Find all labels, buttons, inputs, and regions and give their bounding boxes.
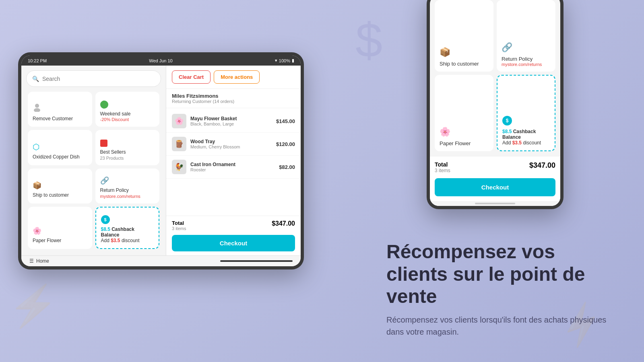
tile-weekend-sale-sublabel: -20% Discount xyxy=(100,117,129,122)
cart-item-image-3: 🐓 xyxy=(172,160,186,174)
svg-point-1 xyxy=(34,108,40,112)
tile-ship-customer-label: Ship to customer xyxy=(33,192,69,199)
sub-heading: Récompensez vos clients lorsqu'ils font … xyxy=(386,314,620,338)
ship-icon-right: 📦 xyxy=(440,47,489,58)
customer-info: Miles Fitzsimmons Returning Customer (14… xyxy=(166,89,301,108)
right-cashback-discount-val: $3.5 xyxy=(512,140,522,146)
cart-item-price-2: $120.00 xyxy=(276,141,295,147)
flower-icon: 🌸 xyxy=(33,226,41,235)
right-tile-return-label: Return Policy xyxy=(502,56,551,62)
cashback-icon-right: $ xyxy=(502,116,550,125)
search-bar-container[interactable]: 🔍 xyxy=(26,70,161,87)
ship-icon: 📦 xyxy=(33,181,41,190)
tile-return-policy-label: Return Policy xyxy=(100,187,129,194)
checkout-button[interactable]: Checkout xyxy=(172,235,295,251)
cart-total-label: Total xyxy=(172,220,186,226)
phone-right-mockup: 📦 Ship to customer 🔗 Return Policy mysto… xyxy=(427,0,564,209)
right-checkout-button[interactable]: Checkout xyxy=(435,178,555,196)
cart-item-price-3: $82.00 xyxy=(279,164,295,170)
cart-item-image-1: 🌸 xyxy=(172,114,186,128)
text-section: Récompensez vos clients sur le point de … xyxy=(386,241,620,338)
customer-tag: Returning Customer (14 orders) xyxy=(172,99,295,104)
tile-paper-flower-label: Paper Flower xyxy=(33,238,61,244)
phone-right-screen: 📦 Ship to customer 🔗 Return Policy mysto… xyxy=(430,0,560,206)
right-total-items: 3 items xyxy=(435,168,450,173)
cart-total-amount: $347.00 xyxy=(272,220,295,227)
tile-best-sellers-label: Best Sellers xyxy=(100,149,126,156)
right-total-row: Total 3 items $347.00 xyxy=(435,161,555,173)
cart-item-name-3: Cast Iron Ornament xyxy=(190,162,275,167)
search-icon: 🔍 xyxy=(32,76,39,82)
home-bar: ☰ Home xyxy=(21,255,301,266)
right-footer: Total 3 items $347.00 Checkout xyxy=(430,156,560,201)
right-tile-flower-label: Paper Flower xyxy=(440,140,489,146)
cashback-discount: Add $3.5 discount xyxy=(101,238,140,243)
link-icon-right: 🔗 xyxy=(502,42,551,53)
cart-item-variant-2: Medium, Cherry Blossom xyxy=(190,144,272,149)
right-total-label: Total xyxy=(435,161,450,168)
cart-item[interactable]: 🌸 Mayu Flower Basket Black, Bamboo, Larg… xyxy=(166,110,301,133)
cart-total-items: 3 items xyxy=(172,226,186,231)
cart-item-name-2: Wood Tray xyxy=(190,139,272,144)
right-tile-flower[interactable]: 🌸 Paper Flower xyxy=(435,75,493,151)
tile-return-policy-link: mystore.com/returns xyxy=(100,194,140,199)
cashback-discount-value: $3.5 xyxy=(111,238,120,243)
cart-footer: Total 3 items $347.00 Checkout xyxy=(166,216,301,255)
phone-left-screen: 10:22 PM Wed Jun 10 ▾ 100% ▮ 🔍 xyxy=(21,56,301,266)
dish-icon: ⬡ xyxy=(33,142,39,152)
right-total-amount: $347.00 xyxy=(529,161,555,173)
search-input[interactable] xyxy=(42,76,155,82)
cart-panel: Clear Cart More actions Miles Fitzsimmon… xyxy=(166,66,301,255)
tile-paper-flower[interactable]: 🌸 Paper Flower xyxy=(28,207,92,249)
phone-content: 🔍 Remove Customer Weekend sale - xyxy=(21,66,301,255)
cart-total-row: Total 3 items $347.00 xyxy=(172,220,295,231)
tile-best-sellers-sublabel: 23 Products xyxy=(100,156,124,160)
right-tile-ship-label: Ship to customer xyxy=(440,61,489,67)
tile-best-sellers[interactable]: Best Sellers 23 Products xyxy=(95,130,160,165)
right-tile-cashback[interactable]: $ $8.5 Cashback Balance Add $3.5 discoun… xyxy=(497,75,555,151)
cart-item-image-2: 🪵 xyxy=(172,137,186,151)
tile-oxidized-copper[interactable]: ⬡ Oxidized Copper Dish xyxy=(28,130,92,165)
cart-header: Clear Cart More actions xyxy=(166,66,301,89)
battery-status: 100% xyxy=(279,58,290,63)
home-label-text: Home xyxy=(36,258,49,264)
tile-ship-customer[interactable]: 📦 Ship to customer xyxy=(28,169,92,204)
right-cashback-discount: Add $3.5 discount xyxy=(502,140,550,146)
tile-cashback[interactable]: $ $8.5 Cashback Balance Add $3.5 discoun… xyxy=(95,207,160,249)
cart-item-info-2: Wood Tray Medium, Cherry Blossom xyxy=(190,139,272,149)
more-actions-button[interactable]: More actions xyxy=(214,70,260,84)
cart-item[interactable]: 🪵 Wood Tray Medium, Cherry Blossom $120.… xyxy=(166,133,301,156)
right-tile-ship[interactable]: 📦 Ship to customer xyxy=(435,0,493,72)
home-bar-indicator xyxy=(220,260,293,262)
home-label[interactable]: ☰ Home xyxy=(29,258,49,264)
tile-oxidized-copper-label: Oxidized Copper Dish xyxy=(33,154,80,160)
cart-item-price-1: $145.00 xyxy=(276,118,295,124)
right-bottom-indicator xyxy=(475,203,515,204)
green-circle-icon xyxy=(100,101,108,109)
tile-remove-customer[interactable]: Remove Customer xyxy=(28,92,92,127)
cart-item[interactable]: 🐓 Cast Iron Ornament Rooster $82.00 xyxy=(166,156,301,179)
status-bar: 10:22 PM Wed Jun 10 ▾ 100% ▮ xyxy=(21,56,301,66)
cashback-value: $8.5 xyxy=(101,226,110,232)
cashback-icon: $ xyxy=(101,215,110,224)
customer-name: Miles Fitzsimmons xyxy=(172,93,295,99)
tile-return-policy[interactable]: 🔗 Return Policy mystore.com/returns xyxy=(95,169,160,204)
phone-left-mockup: 10:22 PM Wed Jun 10 ▾ 100% ▮ 🔍 xyxy=(18,52,304,269)
right-tile-return-link: mystore.com/returns xyxy=(502,62,551,67)
status-time: 10:22 PM xyxy=(28,58,47,63)
svg-point-0 xyxy=(35,104,39,108)
actions-panel: 🔍 Remove Customer Weekend sale - xyxy=(21,66,166,255)
main-heading: Récompensez vos clients sur le point de … xyxy=(386,241,620,307)
right-grid: 📦 Ship to customer 🔗 Return Policy mysto… xyxy=(430,0,560,156)
right-tile-return[interactable]: 🔗 Return Policy mystore.com/returns xyxy=(497,0,555,72)
hamburger-icon: ☰ xyxy=(29,258,34,264)
tile-weekend-sale-label: Weekend sale xyxy=(100,111,131,117)
link-icon: 🔗 xyxy=(100,176,109,185)
tile-weekend-sale[interactable]: Weekend sale -20% Discount xyxy=(95,92,160,127)
tile-remove-customer-label: Remove Customer xyxy=(33,116,73,122)
clear-cart-button[interactable]: Clear Cart xyxy=(172,70,211,84)
cashback-amount: $8.5 Cashback Balance xyxy=(101,226,154,238)
right-cashback-amount: $8.5 Cashback Balance xyxy=(502,129,550,140)
cart-item-variant-1: Black, Bamboo, Large xyxy=(190,121,272,126)
flower-icon-right: 🌸 xyxy=(440,127,489,137)
